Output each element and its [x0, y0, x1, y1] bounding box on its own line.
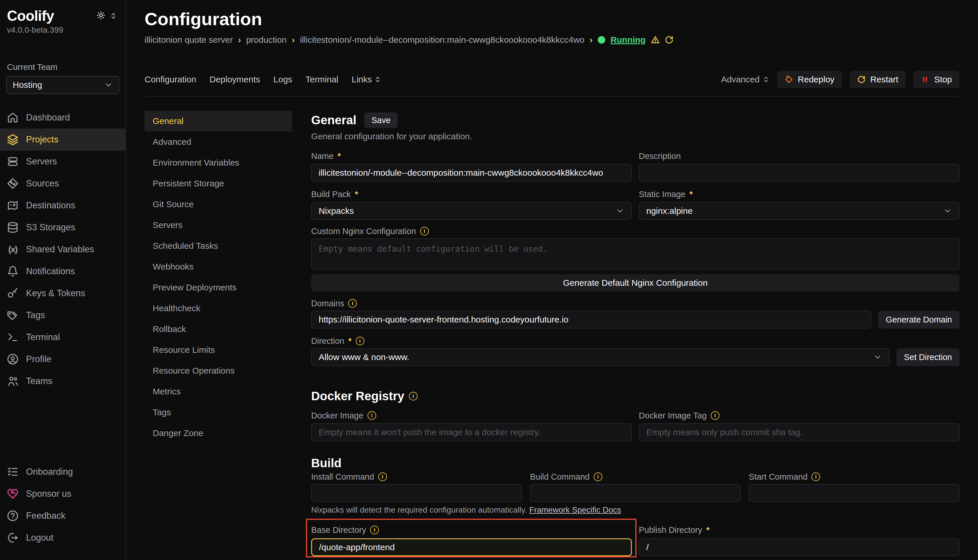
description-input[interactable] — [639, 164, 960, 182]
refresh-icon[interactable] — [665, 35, 674, 44]
submenu-item-metrics[interactable]: Metrics — [145, 381, 292, 402]
collapse-chevrons-icon[interactable] — [110, 12, 117, 22]
info-icon[interactable]: i — [370, 526, 379, 534]
submenu-item-preview-deployments[interactable]: Preview Deployments — [145, 277, 292, 298]
restart-button[interactable]: Restart — [849, 71, 906, 88]
sidebar-item-shared-variables[interactable]: (x) Shared Variables — [0, 238, 125, 260]
team-select[interactable]: Hosting — [7, 76, 119, 94]
name-input[interactable] — [311, 164, 632, 182]
start-command-label: Start Commandi — [749, 472, 960, 482]
tab-links[interactable]: Links — [352, 75, 381, 84]
warning-triangle-icon[interactable] — [651, 35, 660, 44]
breadcrumb-project[interactable]: illicitonion quote server — [145, 35, 233, 45]
submenu-item-environment-variables[interactable]: Environment Variables — [145, 152, 292, 173]
build-command-label: Build Commandi — [530, 472, 741, 482]
sidebar-item-logout[interactable]: Logout — [0, 527, 125, 549]
submenu-item-general[interactable]: General — [145, 111, 292, 132]
breadcrumb-environment[interactable]: production — [246, 35, 287, 45]
sidebar-item-destinations[interactable]: Destinations — [0, 195, 125, 217]
domains-input[interactable] — [311, 311, 871, 328]
generate-nginx-button[interactable]: Generate Default Nginx Configuration — [311, 274, 960, 292]
section-title-build: Build — [311, 456, 960, 470]
submenu-item-rollback[interactable]: Rollback — [145, 319, 292, 340]
stop-button[interactable]: Stop — [913, 71, 960, 88]
save-button[interactable]: Save — [364, 112, 397, 128]
sidebar-item-notifications[interactable]: Notifications — [0, 260, 125, 282]
submenu-item-advanced[interactable]: Advanced — [145, 132, 292, 152]
generate-domain-button[interactable]: Generate Domain — [878, 311, 960, 328]
info-icon[interactable]: i — [593, 472, 602, 481]
key-icon — [7, 288, 18, 299]
sidebar-item-feedback[interactable]: Feedback — [0, 505, 125, 527]
build-pack-select[interactable]: Nixpacks — [311, 202, 632, 220]
build-command-input[interactable] — [530, 484, 741, 502]
info-icon[interactable]: i — [378, 472, 387, 481]
advanced-dropdown[interactable]: Advanced — [721, 75, 769, 84]
general-form: General Save General configuration for y… — [311, 111, 960, 560]
info-icon[interactable]: i — [711, 411, 719, 420]
chevron-down-icon — [104, 81, 113, 89]
submenu-item-persistent-storage[interactable]: Persistent Storage — [145, 173, 292, 194]
submenu-item-danger-zone[interactable]: Danger Zone — [145, 423, 292, 443]
sidebar-item-s3-storages[interactable]: S3 Storages — [0, 217, 125, 238]
redeploy-button[interactable]: Redeploy — [777, 71, 842, 88]
info-icon[interactable]: i — [420, 227, 429, 235]
start-command-input[interactable] — [749, 484, 960, 502]
docker-image-input[interactable] — [311, 423, 632, 441]
submenu-item-healthcheck[interactable]: Healthcheck — [145, 298, 292, 319]
sidebar-item-projects[interactable]: Projects — [0, 128, 125, 150]
publish-directory-input[interactable] — [639, 538, 960, 556]
nginx-config-textarea[interactable] — [311, 238, 960, 270]
status-dot — [598, 36, 605, 43]
tab-configuration[interactable]: Configuration — [145, 75, 196, 84]
tab-terminal[interactable]: Terminal — [306, 75, 338, 84]
sidebar-item-onboarding[interactable]: Onboarding — [0, 461, 125, 483]
info-icon[interactable]: i — [409, 392, 418, 400]
docker-image-tag-input[interactable] — [639, 423, 960, 441]
info-icon[interactable]: i — [368, 411, 376, 420]
sidebar-item-keys-tokens[interactable]: Keys & Tokens — [0, 282, 125, 304]
info-icon[interactable]: i — [348, 299, 357, 308]
set-direction-button[interactable]: Set Direction — [896, 348, 960, 366]
sidebar-item-profile[interactable]: Profile — [0, 348, 125, 370]
install-command-input[interactable] — [311, 484, 522, 502]
tab-bar: Configuration Deployments Logs Terminal … — [145, 71, 960, 88]
git-source-icon — [7, 178, 18, 189]
static-image-select[interactable]: nginx:alpine — [639, 202, 960, 220]
theme-toggle-sun-icon[interactable] — [97, 11, 105, 22]
restart-icon — [857, 75, 866, 84]
page-title: Configuration — [145, 9, 960, 29]
direction-select[interactable]: Allow www & non-www. — [311, 348, 889, 366]
submenu-item-scheduled-tasks[interactable]: Scheduled Tasks — [145, 235, 292, 256]
breadcrumb-application[interactable]: illicitestonion/-module--decomposition:m… — [300, 35, 584, 45]
submenu-item-webhooks[interactable]: Webhooks — [145, 256, 292, 277]
sidebar-item-servers[interactable]: Servers — [0, 150, 125, 173]
base-directory-highlight-box: Base Directoryi — [306, 519, 637, 557]
info-icon[interactable]: i — [811, 472, 820, 481]
info-icon[interactable]: i — [356, 337, 364, 345]
sidebar-item-dashboard[interactable]: Dashboard — [0, 107, 125, 128]
submenu-item-resource-limits[interactable]: Resource Limits — [145, 340, 292, 360]
breadcrumb-separator-icon: › — [238, 35, 241, 45]
sidebar-bottom-nav: Onboarding Sponsor us Feedback Logout — [0, 461, 125, 549]
sidebar-item-sponsor-us[interactable]: Sponsor us — [0, 483, 125, 505]
docker-image-label: Docker Imagei — [311, 411, 632, 420]
tab-deployments[interactable]: Deployments — [209, 75, 260, 84]
sidebar-item-sources[interactable]: Sources — [0, 173, 125, 195]
submenu-item-tags[interactable]: Tags — [145, 402, 292, 423]
tab-logs[interactable]: Logs — [274, 75, 293, 84]
sidebar-item-teams[interactable]: Teams — [0, 370, 125, 392]
status-badge[interactable]: Running — [610, 35, 646, 45]
submenu-item-servers[interactable]: Servers — [145, 215, 292, 235]
submenu-item-resource-operations[interactable]: Resource Operations — [145, 360, 292, 381]
app-version: v4.0.0-beta.399 — [0, 25, 125, 35]
app-logo: Coolify — [7, 8, 54, 24]
framework-docs-link[interactable]: Framework Specific Docs — [529, 505, 621, 514]
base-directory-input[interactable] — [311, 538, 632, 556]
shared-variables-icon: (x) — [7, 245, 18, 254]
submenu-item-git-source[interactable]: Git Source — [145, 194, 292, 215]
sidebar-item-terminal[interactable]: Terminal — [0, 326, 125, 348]
main-area: Configuration illicitonion quote server … — [126, 0, 978, 560]
sidebar-item-tags[interactable]: Tags — [0, 304, 125, 326]
required-asterisk: * — [689, 190, 692, 199]
